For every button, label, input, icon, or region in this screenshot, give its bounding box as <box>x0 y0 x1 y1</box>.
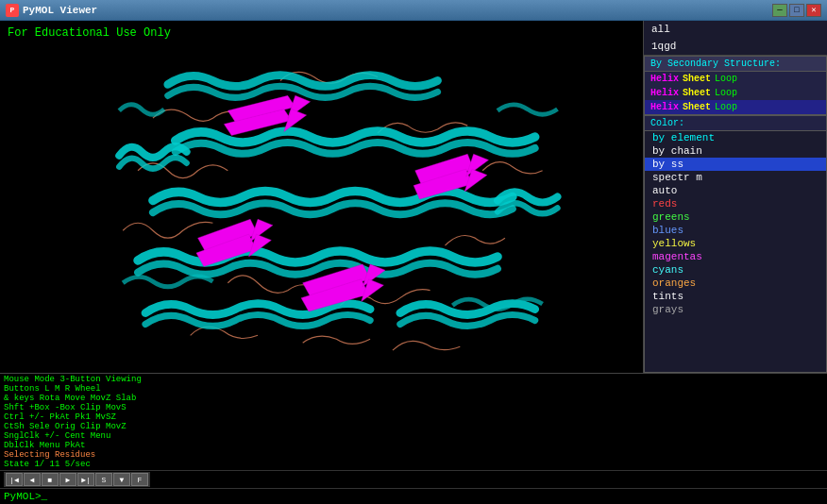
cmd-line[interactable]: PyMOL>_ <box>0 488 827 504</box>
status-bar: Mouse Mode 3-Button Viewing Buttons L M … <box>0 373 827 504</box>
viewer-area: For Educational Use Only <box>0 21 827 373</box>
sngl-line: SnglClk +/- Cent Menu <box>4 431 823 441</box>
color-item-cyans[interactable]: cyans <box>645 263 826 277</box>
playback-btn-5[interactable]: S <box>95 473 112 486</box>
color-header: Color: <box>645 116 826 131</box>
edu-text: For Educational Use Only <box>8 26 171 40</box>
color-panel: Color: by elementby chainby ssspectr mau… <box>644 115 827 373</box>
playback-controls: |◀◀■▶▶|S▼F <box>4 472 150 487</box>
color-item-spectr-m[interactable]: spectr m <box>645 171 826 184</box>
mouse-info: Mouse Mode 3-Button Viewing Buttons L M … <box>0 374 827 470</box>
color-item-magentas[interactable]: magentas <box>645 250 826 263</box>
color-item-by-chain[interactable]: by chain <box>645 144 826 158</box>
maximize-button[interactable]: □ <box>789 4 804 17</box>
color-item-grays[interactable]: grays <box>645 303 826 316</box>
ss-row-1[interactable]: Helix Sheet Loop <box>645 72 826 86</box>
playback-btn-1[interactable]: ◀ <box>24 473 41 486</box>
title-text: PyMOL Viewer <box>23 5 97 16</box>
window-icon: P <box>6 4 19 17</box>
playback-btn-6[interactable]: ▼ <box>113 473 130 486</box>
ctsh-line: CtSh Sele Orig Clip MovZ <box>4 422 823 431</box>
ss-header: By Secondary Structure: <box>645 57 826 72</box>
obj-all-row[interactable]: all <box>644 21 827 38</box>
color-item-greens[interactable]: greens <box>645 210 826 224</box>
ss-panel: By Secondary Structure: Helix Sheet Loop… <box>644 56 827 115</box>
object-list: all 1qgd <box>644 21 827 56</box>
close-button[interactable]: ✕ <box>806 4 821 17</box>
cmd-prompt: PyMOL>_ <box>4 491 47 502</box>
mouse-text: Mouse Mode 3-Button Viewing Buttons L M … <box>0 374 827 470</box>
ss-row-2[interactable]: Helix Sheet Loop <box>645 86 826 100</box>
shft-line: Shft +Box -Box Clip MovS <box>4 403 823 412</box>
right-panel: all 1qgd By Secondary Structure: Helix S… <box>643 21 827 373</box>
color-item-yellows[interactable]: yellows <box>645 237 826 250</box>
obj-all-label: all <box>648 23 674 36</box>
playback-btn-3[interactable]: ▶ <box>59 473 76 486</box>
ss-helix-3: Helix <box>650 102 679 112</box>
playback-btn-7[interactable]: F <box>131 473 148 486</box>
color-item-by-ss[interactable]: by ss <box>645 158 826 171</box>
buttons-line: Buttons L M R Wheel <box>4 384 823 394</box>
playback-btn-4[interactable]: ▶| <box>77 473 94 486</box>
dbl-line: DblClk Menu PkAt <box>4 441 823 450</box>
color-item-by-element[interactable]: by element <box>645 131 826 144</box>
viewport[interactable]: For Educational Use Only <box>0 21 643 373</box>
color-item-reds[interactable]: reds <box>645 197 826 210</box>
color-item-tints[interactable]: tints <box>645 290 826 303</box>
ss-loop-2: Loop <box>715 88 737 98</box>
color-item-oranges[interactable]: oranges <box>645 277 826 290</box>
playback-btn-0[interactable]: |◀ <box>6 473 23 486</box>
obj-1qgd-label: 1qgd <box>648 40 680 53</box>
ss-sheet-2: Sheet <box>683 88 711 98</box>
ss-sheet-3: Sheet <box>683 102 711 112</box>
ss-row-3[interactable]: Helix Sheet Loop <box>645 100 826 114</box>
main-container: For Educational Use Only <box>0 21 827 504</box>
state-line: State 1/ 11 5/sec <box>4 460 823 469</box>
obj-1qgd-row[interactable]: 1qgd <box>644 38 827 55</box>
ctrl-line: Ctrl +/- PkAt Pk1 MvSZ <box>4 412 823 422</box>
title-bar: P PyMOL Viewer — □ ✕ <box>0 0 827 21</box>
keys-line: & keys Rota Move MovZ Slab <box>4 394 823 403</box>
window-controls: — □ ✕ <box>772 4 821 17</box>
ss-sheet-1: Sheet <box>683 74 711 84</box>
playback-btn-2[interactable]: ■ <box>42 473 59 486</box>
ss-helix-2: Helix <box>650 88 679 98</box>
color-item-blues[interactable]: blues <box>645 224 826 237</box>
ss-loop-1: Loop <box>715 74 737 84</box>
mouse-mode-line: Mouse Mode 3-Button Viewing <box>4 375 823 384</box>
protein-visualization <box>0 21 643 373</box>
ss-helix-1: Helix <box>650 74 679 84</box>
sel-line: Selecting Residues <box>4 450 823 460</box>
title-bar-left: P PyMOL Viewer <box>6 4 97 17</box>
color-item-auto[interactable]: auto <box>645 184 826 197</box>
color-items: by elementby chainby ssspectr mautoredsg… <box>645 131 826 316</box>
ss-loop-3: Loop <box>715 102 737 112</box>
minimize-button[interactable]: — <box>772 4 787 17</box>
